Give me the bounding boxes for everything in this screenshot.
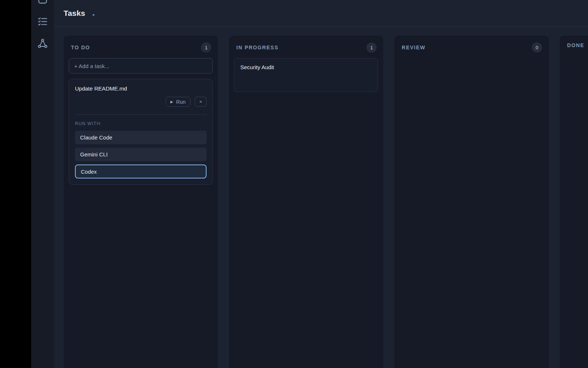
task-list-icon [37,16,48,26]
topbar: Tasks [54,0,588,26]
column-title: IN PROGRESS [236,45,279,50]
sidebar-item-task-list[interactable] [37,16,48,27]
workflow-graph-icon [37,38,48,49]
column-header: TO DO 1 [69,41,213,53]
task-card-title: Update README.md [75,85,207,92]
column-todo: TO DO 1 + Add a task... Update README.md… [64,36,218,368]
column-header: DONE [565,41,588,48]
column-header: IN PROGRESS 1 [234,41,378,53]
main-area: Tasks TO DO 1 + Add a task... Update REA… [54,0,588,368]
column-title: DONE [567,42,584,48]
run-button[interactable]: ▶ Run [166,97,190,107]
kanban-board: TO DO 1 + Add a task... Update README.md… [54,26,588,368]
task-card-title: Security Audit [240,64,274,70]
column-title: TO DO [71,45,90,50]
column-header: REVIEW 0 [399,41,544,53]
task-card-security-audit[interactable]: Security Audit [234,58,378,92]
sidebar [31,0,54,368]
page-title: Tasks [64,9,85,18]
run-button-label: Run [176,99,186,105]
agent-option-codex-selected[interactable]: Codex [75,164,207,178]
agent-option-claude-code[interactable]: Claude Code [75,131,207,144]
column-count-badge: 0 [532,42,542,53]
column-review: REVIEW 0 [394,36,549,368]
sidebar-item-workflow-graph[interactable] [37,38,48,49]
column-count-badge: 1 [366,42,377,53]
card-divider [75,114,207,115]
task-card-actions: ▶ Run × [75,97,207,107]
run-with-label: RUN WITH: [75,121,207,126]
sidebar-item-board[interactable] [37,0,48,5]
title-status-dot [93,14,94,16]
column-in-progress: IN PROGRESS 1 Security Audit [229,36,383,368]
column-title: REVIEW [402,45,426,50]
task-card-update-readme[interactable]: Update README.md ▶ Run × RUN WITH: Claud… [69,79,213,185]
play-icon: ▶ [171,100,173,104]
board-icon [37,0,48,4]
add-task-input[interactable]: + Add a task... [69,58,213,74]
agent-option-gemini-cli[interactable]: Gemini CLI [75,148,207,161]
column-done: DONE [560,36,588,368]
column-count-badge: 1 [201,42,211,53]
close-icon[interactable]: × [195,97,207,107]
